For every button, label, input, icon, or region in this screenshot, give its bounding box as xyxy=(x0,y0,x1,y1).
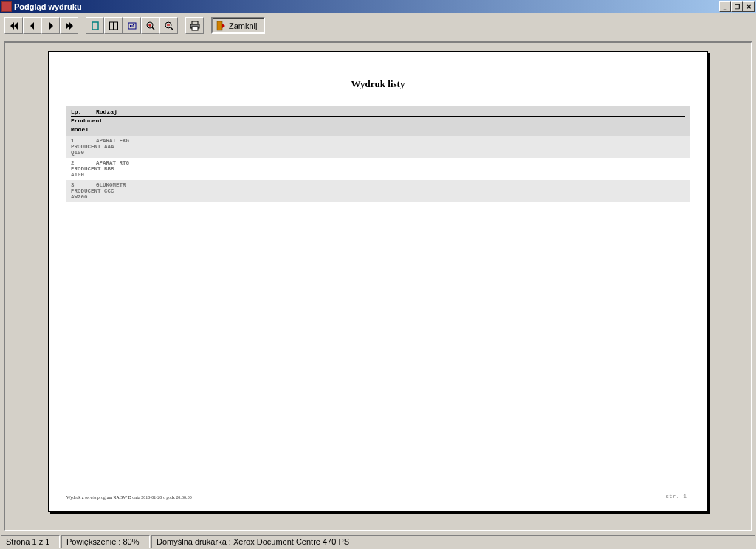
cell-lp: 1 xyxy=(71,138,96,144)
close-label: Zamknij xyxy=(229,21,258,30)
cell-rodzaj: APARAT EKG xyxy=(96,138,129,144)
svg-rect-8 xyxy=(192,27,198,30)
next-page-button[interactable] xyxy=(41,17,60,34)
multi-page-button[interactable] xyxy=(104,17,123,34)
cell-model: A100 xyxy=(71,172,685,178)
page-footer-left: Wydruk z serwis program RA SW D dnia 201… xyxy=(66,495,192,500)
fit-width-button[interactable] xyxy=(123,17,141,34)
prev-page-icon xyxy=(27,21,38,31)
first-page-icon xyxy=(9,21,19,31)
fit-width-icon xyxy=(127,21,137,31)
window-controls: _ ❐ ✕ xyxy=(719,1,755,12)
header-rodzaj: Rodzaj xyxy=(96,108,117,115)
close-window-button[interactable]: ✕ xyxy=(743,1,755,12)
preview-page: Wydruk listy Lp. Rodzaj Producent Model … xyxy=(48,51,708,512)
last-page-button[interactable] xyxy=(60,17,78,34)
cell-producent: PRODUCENT AAA xyxy=(71,144,685,150)
door-icon xyxy=(216,21,226,31)
maximize-button[interactable]: ❐ xyxy=(731,1,743,12)
table-row: 3GLUKOMETR PRODUCENT CCC AW200 xyxy=(66,180,690,202)
cell-model: Q100 xyxy=(71,150,685,156)
prev-page-button[interactable] xyxy=(23,17,41,34)
minimize-button[interactable]: _ xyxy=(719,1,731,12)
zoom-out-icon xyxy=(164,21,174,31)
svg-rect-2 xyxy=(114,22,117,30)
header-model: Model xyxy=(71,126,89,133)
report-title: Wydruk listy xyxy=(66,78,690,90)
header-producent: Producent xyxy=(71,117,103,124)
app-icon xyxy=(1,1,12,12)
zoom-out-button[interactable] xyxy=(159,17,178,34)
cell-producent: PRODUCENT CCC xyxy=(71,188,685,194)
first-page-button[interactable] xyxy=(4,17,23,34)
svg-rect-9 xyxy=(217,21,222,30)
next-page-icon xyxy=(46,21,56,31)
cell-rodzaj: GLUKOMETR xyxy=(96,182,126,188)
preview-area: Wydruk listy Lp. Rodzaj Producent Model … xyxy=(4,41,752,531)
print-button[interactable] xyxy=(185,17,204,34)
print-group xyxy=(185,17,204,34)
svg-rect-1 xyxy=(109,22,113,30)
statusbar: Strona 1 z 1 Powiększenie : 80% Domyślna… xyxy=(0,534,756,549)
print-icon xyxy=(190,21,200,31)
svg-rect-0 xyxy=(92,22,98,30)
single-page-icon xyxy=(90,21,100,31)
svg-rect-6 xyxy=(192,21,198,24)
cell-lp: 2 xyxy=(71,160,96,166)
single-page-button[interactable] xyxy=(86,17,104,34)
cell-producent: PRODUCENT BBB xyxy=(71,166,685,172)
nav-group xyxy=(4,17,78,34)
titlebar: Podgląd wydruku _ ❐ ✕ xyxy=(0,0,756,13)
zoom-in-icon xyxy=(145,21,156,31)
report-header: Lp. Rodzaj Producent Model xyxy=(66,106,690,136)
cell-model: AW200 xyxy=(71,194,685,200)
toolbar: Zamknij xyxy=(0,13,756,38)
header-lp: Lp. xyxy=(71,108,96,115)
last-page-icon xyxy=(64,21,75,31)
cell-rodzaj: APARAT RTG xyxy=(96,160,129,166)
status-page: Strona 1 z 1 xyxy=(1,535,60,548)
zoom-in-button[interactable] xyxy=(141,17,159,34)
close-button[interactable]: Zamknij xyxy=(211,17,265,34)
view-group xyxy=(86,17,178,34)
status-zoom: Powiększenie : 80% xyxy=(61,535,150,548)
cell-lp: 3 xyxy=(71,182,96,188)
table-row: 2APARAT RTG PRODUCENT BBB A100 xyxy=(66,158,690,180)
status-printer: Domyślna drukarka : Xerox Document Centr… xyxy=(151,535,755,548)
table-row: 1APARAT EKG PRODUCENT AAA Q100 xyxy=(66,136,690,158)
page-footer-right: str. 1 xyxy=(665,493,687,500)
multi-page-icon xyxy=(109,21,119,31)
window-title: Podgląd wydruku xyxy=(14,2,719,11)
